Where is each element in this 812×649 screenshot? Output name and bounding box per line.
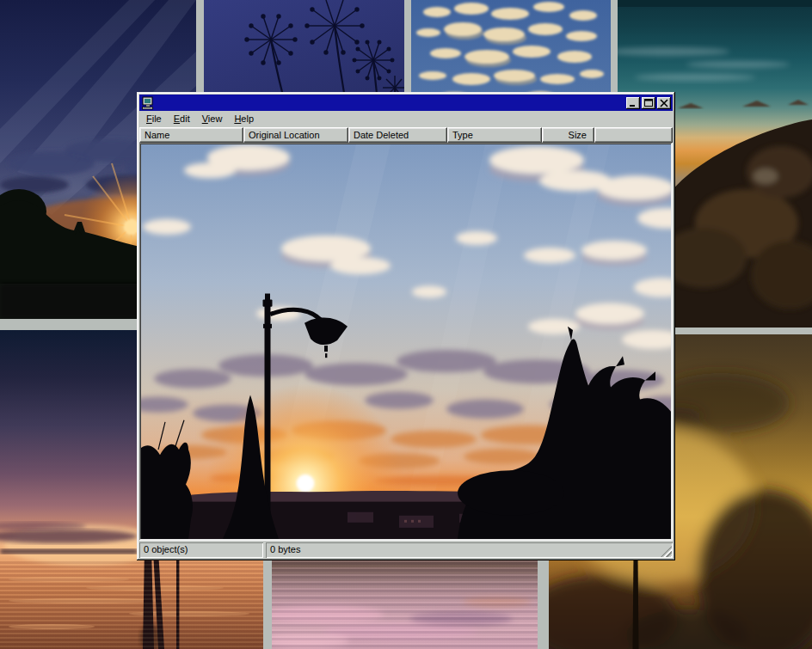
column-header-type[interactable]: Type	[447, 127, 542, 143]
menu-view-label: View	[202, 113, 223, 124]
menu-help-label: Help	[234, 113, 254, 124]
menu-edit[interactable]: Edit	[168, 112, 196, 126]
column-headers: Name Original Location Date Deleted Type…	[139, 127, 673, 143]
maximize-button[interactable]	[642, 97, 655, 109]
minimize-icon	[628, 99, 638, 107]
recycle-bin-window: File Edit View Help Name Original Locati…	[137, 92, 675, 560]
menu-bar: File Edit View Help	[139, 111, 673, 127]
status-bytes: 0 bytes	[266, 542, 673, 558]
menu-edit-label: Edit	[174, 113, 190, 124]
close-button[interactable]	[657, 97, 671, 109]
window-titlebar[interactable]	[139, 95, 673, 111]
menu-file[interactable]: File	[140, 112, 168, 126]
computer-icon	[141, 96, 155, 110]
status-bar: 0 object(s) 0 bytes	[139, 542, 673, 558]
close-icon	[659, 99, 669, 107]
menu-help[interactable]: Help	[228, 112, 260, 126]
minimize-button[interactable]	[626, 97, 640, 109]
column-header-name[interactable]: Name	[139, 127, 243, 143]
status-objects: 0 object(s)	[139, 542, 263, 558]
sunset-streetlamp-photo	[141, 144, 671, 539]
column-header-size[interactable]: Size	[542, 127, 594, 143]
column-header-date-deleted[interactable]: Date Deleted	[348, 127, 447, 143]
column-header-original-location[interactable]: Original Location	[243, 127, 348, 143]
desktop-wallpaper: File Edit View Help Name Original Locati…	[0, 0, 812, 649]
column-header-blank[interactable]	[594, 127, 673, 143]
file-list-area[interactable]	[139, 143, 673, 541]
maximize-icon	[643, 99, 654, 107]
menu-file-label: File	[146, 113, 162, 124]
menu-view[interactable]: View	[196, 112, 229, 126]
